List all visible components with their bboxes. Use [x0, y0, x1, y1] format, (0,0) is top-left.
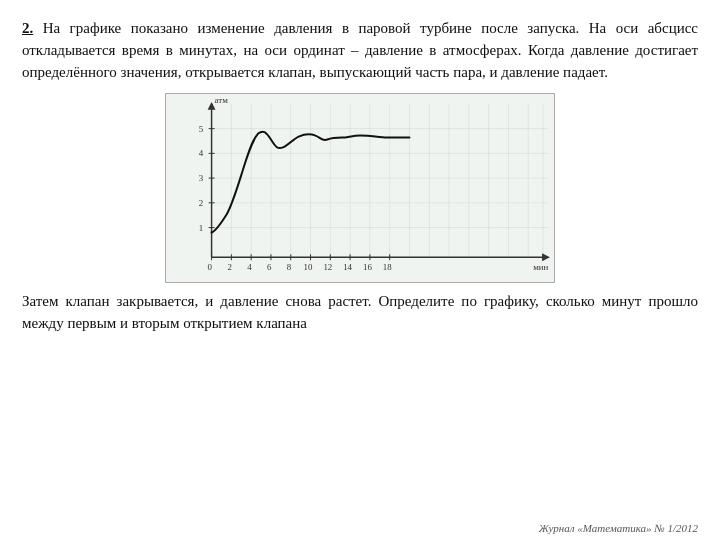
svg-marker-26: [542, 254, 550, 262]
main-text: На графике показано изменение давления в…: [22, 20, 698, 80]
svg-text:атм: атм: [215, 95, 229, 105]
question-number: 2.: [22, 20, 33, 36]
graph-area: атм мин 1 2 3 4 5 0: [22, 93, 698, 283]
svg-text:6: 6: [267, 262, 272, 272]
page: 2. На графике показано изменение давлени…: [0, 0, 720, 540]
main-text-block: 2. На графике показано изменение давлени…: [22, 18, 698, 83]
svg-text:2: 2: [227, 262, 231, 272]
bottom-text-block: Затем клапан закрывается, и давление сно…: [22, 291, 698, 335]
svg-text:1: 1: [199, 223, 203, 233]
graph-svg: атм мин 1 2 3 4 5 0: [166, 94, 554, 282]
svg-text:3: 3: [199, 173, 204, 183]
svg-text:5: 5: [199, 124, 204, 134]
graph-container: атм мин 1 2 3 4 5 0: [165, 93, 555, 283]
svg-text:0: 0: [208, 262, 213, 272]
bottom-text: Затем клапан закрывается, и давление сно…: [22, 293, 698, 331]
svg-text:16: 16: [363, 262, 372, 272]
svg-text:2: 2: [199, 198, 203, 208]
svg-text:14: 14: [343, 262, 352, 272]
footer: Журнал «Математика» № 1/2012: [539, 522, 698, 534]
svg-text:10: 10: [304, 262, 313, 272]
svg-text:мин: мин: [533, 262, 548, 272]
svg-text:18: 18: [383, 262, 392, 272]
svg-text:12: 12: [323, 262, 332, 272]
svg-text:4: 4: [247, 262, 252, 272]
svg-text:4: 4: [199, 149, 204, 159]
footer-text: Журнал «Математика» № 1/2012: [539, 522, 698, 534]
svg-text:8: 8: [287, 262, 292, 272]
